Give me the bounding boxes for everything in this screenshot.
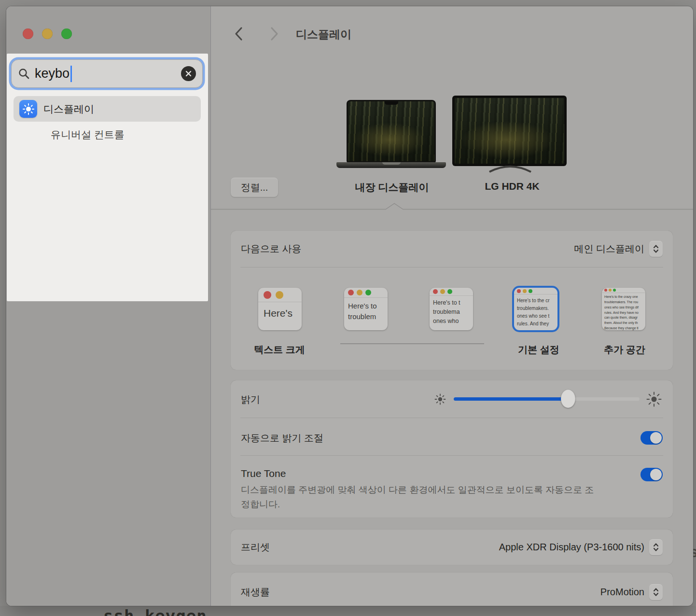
- use-as-row: 다음으로 사용 메인 디스플레이: [231, 231, 673, 267]
- brightness-slider-knob[interactable]: [561, 390, 575, 408]
- laptop-notch: [385, 101, 398, 105]
- external-display-wallpaper: [455, 98, 564, 164]
- divider: [240, 455, 663, 456]
- search-result-display[interactable]: 디스플레이: [14, 96, 201, 122]
- brightness-label: 밝기: [241, 393, 260, 406]
- divider: [240, 418, 663, 418]
- refresh-rate-row: 재생률 ProMotion: [231, 573, 673, 606]
- text-cursor: [70, 66, 72, 82]
- true-tone-label: True Tone: [241, 468, 286, 479]
- search-highlight-panel: keybo: [7, 54, 208, 301]
- brightness-card: 밝기: [231, 380, 673, 518]
- preset-card: 프리셋 Apple XDR Display (P3-1600 nits): [231, 530, 673, 565]
- tab-notch-divider: [211, 203, 693, 210]
- sun-bright-icon: [646, 391, 662, 407]
- main-content: 디스플레이 내장 디스플레이 LG HDR 4K 정렬... 다음으로 사용: [211, 6, 693, 606]
- scaling-label-default: 기본 설정: [518, 343, 559, 356]
- builtin-display-wallpaper: [348, 101, 434, 161]
- scaling-option-more-space[interactable]: Here's to the crazy one troublemakers. T…: [602, 288, 645, 330]
- display-brightness-icon: [19, 100, 37, 118]
- minimize-button[interactable]: [42, 28, 53, 39]
- auto-brightness-label: 자동으로 밝기 조절: [241, 432, 323, 445]
- page-title: 디스플레이: [296, 27, 351, 42]
- use-as-label: 다음으로 사용: [241, 242, 302, 255]
- display-settings-card: 다음으로 사용 메인 디스플레이 Here's: [231, 231, 673, 370]
- laptop-base: [336, 162, 446, 168]
- search-icon: [18, 68, 30, 80]
- external-display-thumbnail[interactable]: [452, 96, 567, 166]
- sidebar: keybo: [6, 6, 211, 606]
- true-tone-toggle[interactable]: [640, 468, 663, 481]
- preset-value: Apple XDR Display (P3-1600 nits): [499, 542, 644, 553]
- zoom-button[interactable]: [61, 28, 72, 39]
- window-controls: [23, 28, 72, 39]
- true-tone-description: 디스플레이를 주변광에 맞춰 색상이 다른 환경에서도 일관적으로 보이도록 자…: [241, 483, 598, 512]
- system-settings-window: keybo: [6, 6, 693, 606]
- search-result-label: 디스플레이: [43, 102, 94, 116]
- search-query-text: keybo: [35, 66, 70, 81]
- refresh-rate-card: 재생률 ProMotion: [231, 573, 673, 606]
- scaling-label-larger-text: 텍스트 크게: [254, 343, 305, 356]
- sun-dim-icon: [434, 393, 446, 406]
- builtin-display-thumbnail[interactable]: [347, 100, 436, 163]
- use-as-dropdown[interactable]: [649, 241, 663, 257]
- builtin-display-label: 내장 디스플레이: [355, 181, 429, 194]
- preset-dropdown[interactable]: [649, 539, 663, 555]
- preset-label: 프리셋: [241, 541, 270, 554]
- divider: [240, 267, 663, 267]
- search-result-label: 유니버설 컨트롤: [51, 128, 125, 141]
- use-as-value: 메인 디스플레이: [574, 242, 644, 255]
- monitor-stand: [488, 164, 532, 173]
- background-window-text: ssh-keygen: [103, 606, 207, 616]
- close-button[interactable]: [23, 28, 33, 39]
- search-result-universal-control[interactable]: 유니버설 컨트롤: [14, 124, 201, 145]
- scaling-label-more-space: 추가 공간: [604, 343, 645, 356]
- scaling-option-larger-text[interactable]: Here's: [258, 288, 302, 330]
- forward-icon[interactable]: [269, 26, 279, 42]
- brightness-slider[interactable]: [454, 397, 640, 401]
- brightness-slider-fill: [454, 397, 568, 401]
- search-input[interactable]: keybo: [11, 59, 203, 88]
- preset-row: 프리셋 Apple XDR Display (P3-1600 nits): [231, 530, 673, 565]
- scaling-option-3[interactable]: Here's to t troublema ones who: [430, 288, 473, 330]
- clear-search-icon[interactable]: [181, 66, 196, 81]
- scaling-option-default[interactable]: Here's to the cr troublemakers. ones who…: [514, 288, 557, 330]
- external-display-label: LG HDR 4K: [485, 181, 539, 192]
- refresh-rate-label: 재생률: [241, 586, 270, 599]
- arrange-button[interactable]: 정렬...: [231, 178, 278, 197]
- refresh-rate-dropdown[interactable]: [649, 584, 663, 600]
- refresh-rate-value: ProMotion: [600, 587, 644, 598]
- back-icon[interactable]: [234, 26, 244, 42]
- scaling-option-2[interactable]: Here's to troublem: [344, 288, 388, 330]
- auto-brightness-toggle[interactable]: [640, 431, 663, 445]
- scaling-track-line: [340, 343, 484, 344]
